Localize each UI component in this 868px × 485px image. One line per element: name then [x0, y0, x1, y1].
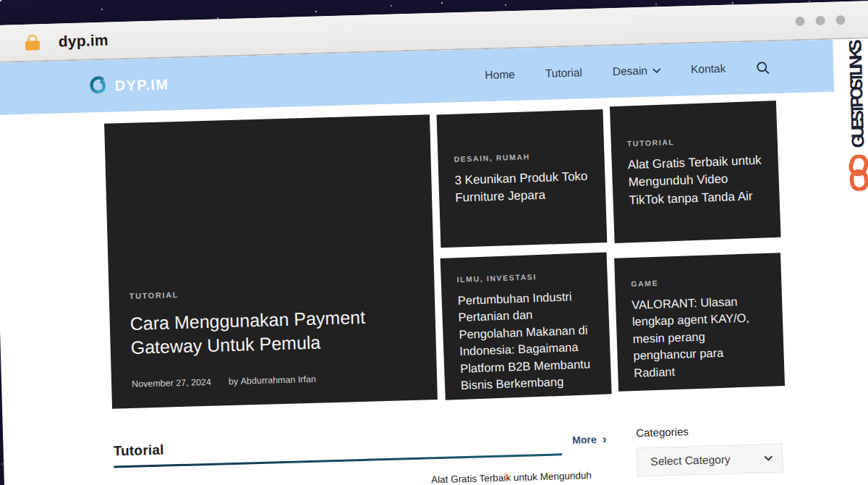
search-button[interactable]	[756, 61, 770, 75]
article-category[interactable]: GAME	[631, 275, 765, 288]
search-icon	[756, 61, 770, 75]
nav-home-label: Home	[485, 68, 515, 82]
nav-tutorial-label: Tutorial	[545, 66, 583, 80]
main-nav: Home Tutorial Desain Kontak	[485, 61, 770, 83]
address-bar-url[interactable]: dyp.im	[59, 32, 109, 51]
lock-icon	[25, 34, 41, 51]
article-title[interactable]: VALORANT: Ulasan lengkap agent KAY/O, me…	[631, 292, 769, 381]
article-title[interactable]: Pertumbuhan Industri Pertanian dan Pengo…	[457, 287, 595, 394]
nav-tutorial[interactable]: Tutorial	[545, 66, 583, 80]
article-card[interactable]: TUTORIAL Alat Gratis Terbaik untuk Mengu…	[610, 101, 781, 243]
logo-text: DYP.IM	[114, 76, 169, 94]
categories-label: Categories	[636, 423, 782, 439]
nav-desain[interactable]: Desain	[613, 64, 661, 78]
more-label: More	[572, 434, 597, 446]
article-category[interactable]: DESAIN, RUMAH	[454, 151, 588, 164]
article-category[interactable]: ILMU, INVESTASI	[456, 270, 591, 284]
article-category[interactable]: TUTORIAL	[129, 284, 410, 300]
category-select[interactable]: Select Category	[637, 444, 783, 477]
nav-home[interactable]: Home	[485, 68, 515, 82]
article-category[interactable]: TUTORIAL	[627, 135, 762, 148]
article-meta: November 27, 2024 by Abdurrahman Irfan	[132, 371, 412, 389]
more-link[interactable]: More ›	[572, 433, 607, 447]
lower-section: Tutorial More › Alat Gratis Terbaik untu…	[113, 425, 783, 485]
nav-kontak[interactable]: Kontak	[691, 62, 726, 76]
site-logo[interactable]: DYP.IM	[87, 73, 169, 97]
tutorial-list-item[interactable]: Alat Gratis Terbaik untuk Mengunduh	[431, 470, 608, 485]
logo-swirl-icon	[87, 75, 109, 98]
category-select-value: Select Category	[650, 453, 731, 468]
article-card[interactable]: ILMU, INVESTASI Pertumbuhan Industri Per…	[441, 252, 612, 400]
page-content: TUTORIAL Cara Menggunakan Payment Gatewa…	[0, 90, 868, 485]
window-control-dot[interactable]	[815, 15, 825, 25]
featured-posts-grid: TUTORIAL Cara Menggunakan Payment Gatewa…	[104, 105, 785, 409]
window-controls[interactable]	[795, 15, 845, 26]
article-author[interactable]: by Abdurrahman Irfan	[229, 374, 316, 387]
article-title[interactable]: Cara Menggunakan Payment Gateway Untuk P…	[129, 304, 412, 360]
article-card[interactable]: DESAIN, RUMAH 3 Keunikan Produk Toko Fur…	[437, 109, 608, 248]
article-date: November 27, 2024	[132, 377, 211, 389]
chevron-down-icon	[764, 455, 773, 461]
chain-link-icon	[846, 155, 868, 192]
tutorial-section: Tutorial More › Alat Gratis Terbaik untu…	[113, 430, 608, 485]
browser-window: dyp.im DYP.IM Home Tutorial Desain	[0, 1, 868, 485]
window-control-dot[interactable]	[835, 15, 845, 25]
categories-widget: Categories Select Category	[636, 423, 783, 477]
article-title[interactable]: Alat Gratis Terbaik untuk Mengunduh Vide…	[627, 152, 763, 209]
chevron-right-icon: ›	[602, 433, 607, 446]
nav-desain-label: Desain	[613, 64, 648, 78]
chevron-down-icon	[652, 68, 660, 73]
article-card[interactable]: GAME VALORANT: Ulasan lengkap agent KAY/…	[614, 253, 785, 392]
watermark-text: GUESTPOSTLINKS	[845, 43, 868, 148]
window-control-dot[interactable]	[795, 16, 804, 25]
article-title[interactable]: 3 Keunikan Produk Toko Furniture Jepara	[454, 168, 590, 207]
article-card-featured[interactable]: TUTORIAL Cara Menggunakan Payment Gatewa…	[104, 114, 438, 408]
section-heading: Tutorial	[113, 442, 163, 460]
nav-kontak-label: Kontak	[691, 62, 726, 76]
